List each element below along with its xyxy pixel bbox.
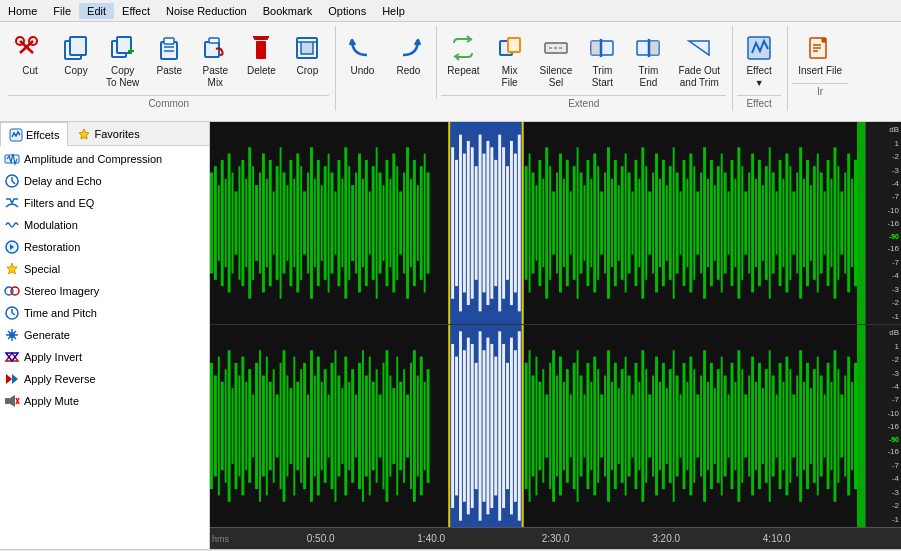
svg-rect-293	[392, 388, 395, 464]
repeat-button[interactable]: Repeat	[441, 28, 485, 93]
svg-rect-244	[225, 369, 227, 483]
svg-rect-165	[604, 173, 606, 274]
apply-mute-icon	[4, 393, 20, 409]
svg-rect-190	[689, 154, 692, 293]
paste-mix-label: Paste Mix	[203, 65, 229, 89]
track-top[interactable]: dB 1 -2 -3 -4 -7 -10 -16 -90 -16 -7 -4 -…	[210, 122, 901, 325]
generate-label: Generate	[24, 329, 70, 341]
svg-rect-57	[210, 173, 213, 274]
svg-rect-212	[765, 166, 768, 280]
svg-rect-346	[597, 369, 599, 483]
svg-rect-249	[241, 357, 244, 496]
sidebar-item-restoration[interactable]: Restoration	[0, 236, 209, 258]
effect-button[interactable]: Effect▼	[737, 28, 781, 93]
svg-rect-142	[525, 166, 528, 280]
svg-rect-398	[776, 394, 778, 457]
copy-to-new-button[interactable]: Copy To New	[100, 28, 145, 93]
svg-rect-185	[673, 147, 675, 299]
svg-rect-218	[785, 154, 788, 293]
svg-rect-144	[532, 173, 535, 274]
svg-rect-418	[844, 376, 846, 477]
svg-rect-292	[389, 376, 391, 477]
menu-home[interactable]: Home	[0, 3, 45, 19]
undo-button[interactable]: Undo	[340, 28, 384, 81]
time-pitch-label: Time and Pitch	[24, 307, 97, 319]
svg-rect-407	[806, 363, 809, 489]
menu-file[interactable]: File	[45, 3, 79, 19]
timeline-hms-label: hms	[212, 534, 229, 544]
insert-file-button[interactable]: Insert File	[792, 28, 848, 81]
tab-effects[interactable]: Effcets	[0, 122, 68, 146]
time-pitch-icon	[4, 305, 20, 321]
svg-rect-110	[392, 154, 395, 293]
svg-rect-155	[570, 191, 572, 254]
svg-rect-351	[614, 363, 617, 489]
sidebar-item-apply-mute[interactable]: Apply Mute	[0, 390, 209, 412]
fade-out-trim-button[interactable]: Fade Out and Trim	[672, 28, 726, 93]
menu-effect[interactable]: Effect	[114, 3, 158, 19]
svg-rect-241	[214, 376, 217, 477]
menu-noise-reduction[interactable]: Noise Reduction	[158, 3, 255, 19]
delete-button[interactable]: Delete	[239, 28, 283, 93]
cut-button[interactable]: Cut	[8, 28, 52, 93]
sidebar-item-amplitude[interactable]: Amplitude and Compression	[0, 148, 209, 170]
svg-rect-405	[799, 350, 802, 502]
svg-rect-126	[459, 135, 462, 312]
svg-rect-317	[490, 344, 493, 508]
svg-marker-35	[822, 38, 826, 42]
menu-help[interactable]: Help	[374, 3, 413, 19]
sidebar-item-stereo[interactable]: Stereo Imagery	[0, 280, 209, 302]
repeat-icon	[447, 32, 479, 64]
svg-rect-210	[758, 160, 761, 286]
svg-rect-277	[337, 376, 340, 477]
redo-button[interactable]: Redo	[386, 28, 430, 81]
svg-rect-375	[696, 394, 699, 457]
menu-options[interactable]: Options	[320, 3, 374, 19]
paste-mix-button[interactable]: Paste Mix	[193, 28, 237, 93]
svg-rect-403	[792, 394, 795, 457]
restoration-icon	[4, 239, 20, 255]
sidebar-item-filters[interactable]: Filters and EQ	[0, 192, 209, 214]
svg-rect-316	[486, 338, 489, 515]
crop-button[interactable]: Crop	[285, 28, 329, 93]
svg-rect-170	[621, 166, 624, 280]
silence-sel-button[interactable]: Silence Sel	[534, 28, 579, 93]
svg-rect-413	[827, 363, 830, 489]
repeat-label: Repeat	[447, 65, 479, 77]
svg-rect-60	[221, 160, 224, 286]
menu-edit[interactable]: Edit	[79, 3, 114, 19]
svg-rect-420	[851, 382, 853, 470]
copy-icon	[60, 32, 92, 64]
sidebar-item-apply-invert[interactable]: Apply Invert	[0, 346, 209, 368]
paste-button[interactable]: Paste	[147, 28, 191, 93]
svg-rect-96	[344, 147, 347, 299]
svg-rect-199	[721, 154, 723, 293]
svg-rect-313	[475, 363, 478, 489]
sidebar-item-apply-reverse[interactable]: Apply Reverse	[0, 368, 209, 390]
mix-file-button[interactable]: Mix File	[488, 28, 532, 93]
tab-favorites[interactable]: Favorites	[68, 122, 148, 145]
svg-rect-119	[424, 154, 426, 293]
track-bottom[interactable]: dB 1 -2 -3 -4 -7 -10 -16 -90 -16 -7 -4 -…	[210, 325, 901, 527]
trim-end-button[interactable]: Trim End	[626, 28, 670, 93]
svg-rect-214	[772, 173, 775, 274]
sidebar-item-generate[interactable]: Generate	[0, 324, 209, 346]
svg-rect-357	[634, 363, 637, 489]
svg-rect-353	[621, 369, 624, 483]
menu-bookmark[interactable]: Bookmark	[255, 3, 321, 19]
silence-sel-icon	[540, 32, 572, 64]
trim-start-button[interactable]: Trim Start	[580, 28, 624, 93]
svg-rect-333	[552, 350, 555, 502]
sidebar-item-modulation[interactable]: Modulation	[0, 214, 209, 236]
copy-button[interactable]: Copy	[54, 28, 98, 93]
sidebar-item-delay[interactable]: Delay and Echo	[0, 170, 209, 192]
sidebar-item-time-pitch[interactable]: Time and Pitch	[0, 302, 209, 324]
svg-rect-294	[396, 357, 398, 496]
effect-icon	[743, 32, 775, 64]
svg-rect-389	[744, 394, 747, 457]
sidebar-item-special[interactable]: Special	[0, 258, 209, 280]
svg-rect-180	[655, 154, 658, 293]
svg-rect-161	[590, 179, 592, 267]
svg-rect-391	[751, 357, 754, 496]
svg-rect-86	[310, 147, 313, 299]
